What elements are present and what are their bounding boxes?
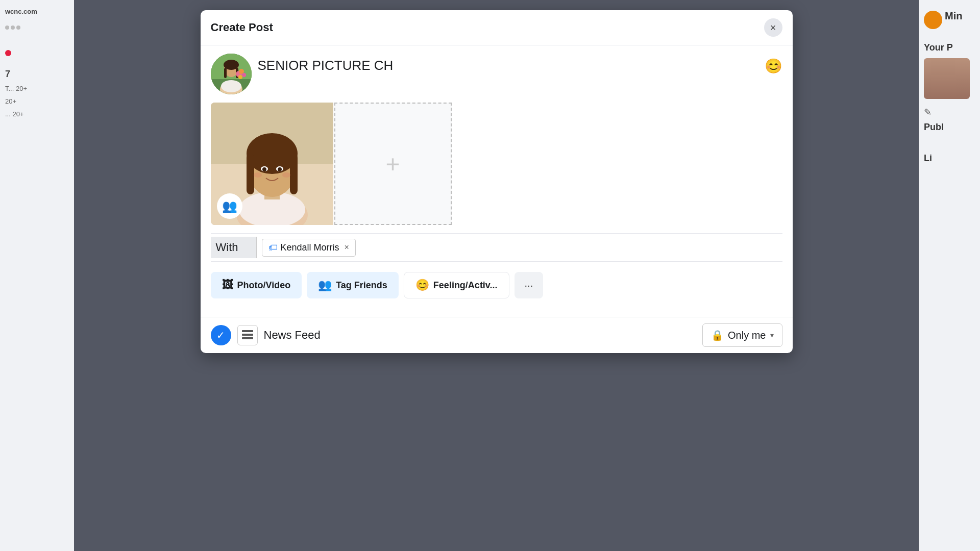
tag-friends-button[interactable]: 👥 Tag Friends	[307, 272, 399, 298]
left-number: 7	[5, 69, 10, 80]
news-feed-label: News Feed	[264, 329, 321, 342]
right-avatar	[924, 58, 970, 99]
svg-rect-5	[224, 68, 227, 78]
dot-2	[11, 26, 15, 30]
tag-people-overlay[interactable]: 👥	[217, 193, 242, 219]
svg-point-9	[242, 73, 246, 77]
modal-header: Create Post ×	[201, 10, 793, 45]
svg-rect-20	[290, 154, 298, 194]
tag-chip-remove-button[interactable]: ×	[345, 243, 349, 252]
tag-chip-name: Kendall Morris	[281, 242, 339, 253]
photo-video-label: Photo/Video	[237, 280, 291, 291]
close-button[interactable]: ×	[764, 18, 782, 37]
main-photo: 👥	[211, 103, 333, 225]
user-avatar	[211, 54, 252, 94]
your-p-text: Your P	[924, 42, 975, 53]
dot-3	[16, 26, 20, 30]
news-feed-icon	[237, 325, 258, 345]
svg-point-11	[221, 80, 241, 92]
min-icon	[924, 11, 942, 29]
svg-rect-19	[247, 154, 254, 194]
feeling-icon: 😊	[415, 279, 429, 292]
right-panel: Min Your P ✎ Publ Li	[919, 0, 980, 551]
svg-point-26	[282, 172, 290, 178]
dot-1	[5, 26, 9, 30]
feeling-activity-button[interactable]: 😊 Feeling/Activ...	[404, 272, 509, 298]
min-text: Min	[945, 10, 962, 22]
footer-left: ✓ News Feed	[211, 325, 321, 345]
left-item-3: ... 20+	[5, 110, 24, 118]
svg-point-24	[278, 167, 282, 171]
user-input-row: 😊	[211, 54, 782, 94]
svg-point-25	[254, 172, 262, 178]
modal-title: Create Post	[211, 21, 273, 34]
post-text-input[interactable]	[258, 54, 758, 78]
left-panel: wcnc.com 7 T... 20+ 20+ ... 20+	[0, 0, 74, 551]
svg-rect-28	[242, 334, 253, 336]
svg-point-23	[262, 167, 266, 171]
create-post-modal: Create Post ×	[201, 10, 793, 353]
tag-people-icon: 👥	[222, 199, 237, 213]
edit-icon[interactable]: ✎	[924, 107, 975, 118]
emoji-button[interactable]: 😊	[765, 58, 782, 74]
with-label: With	[211, 237, 257, 258]
left-item-1: T... 20+	[5, 85, 27, 92]
site-logo: wcnc.com	[5, 8, 37, 15]
feeling-label: Feeling/Activ...	[433, 280, 498, 291]
add-photo-button[interactable]: +	[334, 103, 452, 225]
action-buttons-row: 🖼 Photo/Video 👥 Tag Friends 😊 Feeling/Ac…	[211, 272, 782, 298]
modal-body: 😊	[201, 45, 793, 317]
tag-friends-label: Tag Friends	[336, 280, 387, 291]
pub-text: Publ	[924, 122, 975, 133]
notification-dot	[5, 50, 11, 56]
photo-video-button[interactable]: 🖼 Photo/Video	[211, 272, 302, 298]
tag-chip: 🏷 Kendall Morris ×	[262, 239, 356, 257]
li-text: Li	[924, 153, 975, 164]
lock-icon: 🔒	[711, 329, 724, 341]
tag-friends-icon: 👥	[318, 279, 332, 292]
photo-video-icon: 🖼	[222, 279, 233, 292]
tag-chip-icon: 🏷	[268, 242, 278, 253]
dots-row	[5, 26, 20, 30]
left-item-2: 20+	[5, 97, 16, 105]
modal-footer: ✓ News Feed 🔒 Only me ▾	[201, 317, 793, 353]
svg-rect-29	[242, 337, 253, 339]
photo-area: 👥 +	[211, 103, 782, 225]
chevron-down-icon: ▾	[770, 331, 774, 339]
add-photo-plus-icon: +	[385, 150, 400, 178]
with-tag-bar: With 🏷 Kendall Morris ×	[211, 233, 782, 262]
privacy-button[interactable]: 🔒 Only me ▾	[702, 323, 782, 347]
privacy-label: Only me	[728, 330, 766, 341]
more-options-button[interactable]: ···	[514, 272, 544, 298]
checkmark-icon: ✓	[211, 325, 231, 345]
svg-point-10	[238, 75, 242, 79]
modal-backdrop: Create Post ×	[74, 0, 919, 551]
svg-rect-27	[242, 330, 253, 332]
